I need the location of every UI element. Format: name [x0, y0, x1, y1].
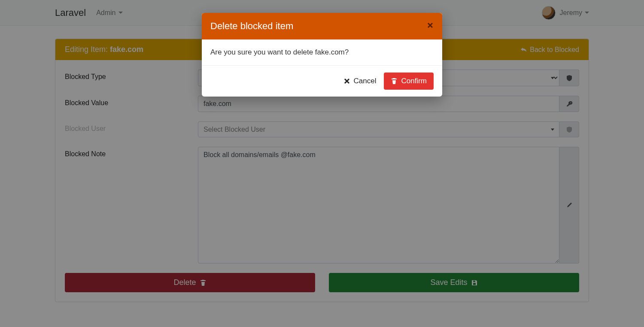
modal-body: Are you sure you want to delete fake.com… — [202, 39, 442, 65]
trash-icon — [391, 78, 398, 85]
close-icon — [427, 22, 434, 29]
confirm-button[interactable]: Confirm — [384, 73, 434, 90]
close-icon — [343, 78, 350, 85]
modal-close-button[interactable] — [427, 22, 434, 30]
delete-modal: Delete blocked item Are you sure you wan… — [202, 13, 442, 97]
confirm-label: Confirm — [401, 77, 427, 85]
modal-overlay[interactable]: Delete blocked item Are you sure you wan… — [0, 0, 644, 327]
modal-title: Delete blocked item — [210, 21, 293, 32]
cancel-button[interactable]: Cancel — [343, 77, 377, 85]
modal-header: Delete blocked item — [202, 13, 442, 39]
cancel-label: Cancel — [354, 77, 377, 85]
modal-footer: Cancel Confirm — [202, 65, 442, 97]
